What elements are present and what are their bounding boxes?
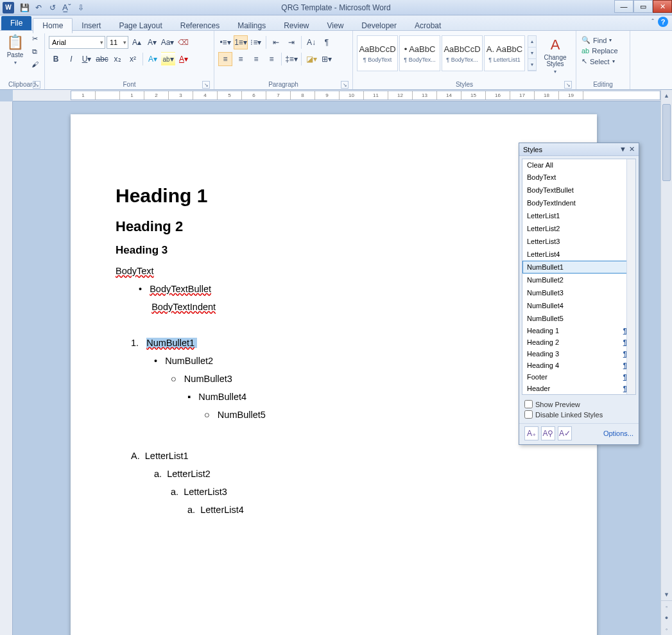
page[interactable]: Heading 1 Heading 2 Heading 3 BodyText •… [71,114,597,635]
manage-styles-icon[interactable]: A✓ [558,426,572,440]
paragraph-launcher[interactable]: ↘ [341,81,349,89]
minimize-button[interactable]: — [614,0,633,13]
highlight-icon[interactable]: ab▾ [161,52,175,66]
style-row-letterlist4[interactable]: LetterList4¶ [522,248,635,261]
clear-formatting-icon[interactable]: ⌫ [176,35,190,49]
scroll-up-icon[interactable]: ▲ [661,90,672,101]
new-style-icon[interactable]: A₊ [524,426,538,440]
increase-indent-icon[interactable]: ⇥ [284,35,298,49]
style-card[interactable]: AaBbC¶ LetterList1 [484,35,525,71]
style-row-heading-4[interactable]: Heading 4¶a [522,360,635,371]
style-row-bodytext[interactable]: BodyText¶ [522,171,635,184]
subscript-button[interactable]: x₂ [110,52,125,66]
show-preview-checkbox[interactable]: Show Preview [524,400,633,408]
redo-icon[interactable]: ↺ [46,1,59,14]
tab-view[interactable]: View [318,19,353,33]
close-button[interactable]: ✕ [653,0,672,13]
paste-button[interactable]: 📋 Paste ▾ [4,33,26,67]
vertical-ruler[interactable] [0,101,13,635]
format-painter-icon[interactable]: 🖌 [29,58,40,70]
minimize-ribbon-icon[interactable]: ˆ [651,18,654,26]
help-icon[interactable]: ? [658,17,668,27]
style-row-numbullet5[interactable]: NumBullet5¶ [522,312,635,325]
align-left-icon[interactable]: ≡ [218,52,232,66]
tab-acrobat[interactable]: Acrobat [406,19,450,33]
change-case-icon[interactable]: Aa▾ [160,35,175,49]
undo-icon[interactable]: ↶ [32,1,45,14]
font-size-combo[interactable]: 11 [107,36,128,49]
tab-insert[interactable]: Insert [73,19,110,33]
line-spacing-icon[interactable]: ‡≡▾ [284,52,298,66]
save-icon[interactable]: 💾 [18,1,31,14]
style-row-clear-all[interactable]: Clear All [522,159,635,171]
style-row-heading-3[interactable]: Heading 3¶a [522,348,635,360]
cut-icon[interactable]: ✂ [29,33,40,44]
underline-button[interactable]: U▾ [80,52,94,66]
qat-custom-icon[interactable]: A̲ˇ [60,1,73,14]
tab-home[interactable]: Home [33,18,73,33]
numbering-icon[interactable]: 1≡▾ [234,35,248,49]
style-row-header[interactable]: Header¶a [522,383,635,394]
clipboard-launcher[interactable]: ↘ [33,81,40,89]
borders-icon[interactable]: ⊞▾ [320,52,334,66]
change-styles-button[interactable]: A Change Styles ▾ [539,35,571,76]
maximize-button[interactable]: ▭ [633,0,653,13]
style-row-bodytextbullet[interactable]: BodyTextBullet¶ [522,184,635,196]
style-inspector-icon[interactable]: A⚲ [541,426,555,440]
replace-button[interactable]: abReplace [580,46,619,55]
style-row-letterlist1[interactable]: LetterList1¶ [522,209,635,222]
style-card[interactable]: AaBbCcD¶ BodyTex... [442,35,483,71]
shading-icon[interactable]: ◪▾ [304,52,318,66]
tab-references[interactable]: References [171,19,228,33]
pane-dropdown-icon[interactable]: ▼ [619,145,626,153]
copy-icon[interactable]: ⧉ [29,46,40,57]
tab-developer[interactable]: Developer [352,19,406,33]
scroll-thumb[interactable] [662,104,671,181]
style-row-letterlist3[interactable]: LetterList3¶ [522,235,635,248]
superscript-button[interactable]: x² [126,52,140,66]
align-right-icon[interactable]: ≡ [249,52,263,66]
justify-icon[interactable]: ≡ [264,52,279,66]
style-row-numbullet2[interactable]: NumBullet2¶ [522,274,635,286]
style-row-heading-2[interactable]: Heading 2¶a [522,336,635,348]
grow-font-icon[interactable]: A▴ [130,35,144,49]
styles-list-scrollbar[interactable] [626,159,635,394]
style-row-letterlist2[interactable]: LetterList2¶ [522,222,635,235]
style-card[interactable]: AaBbC¶ BodyTex... [399,35,440,71]
style-row-numbullet3[interactable]: NumBullet3¶ [522,286,635,299]
font-color-icon[interactable]: A▾ [177,52,191,66]
sort-icon[interactable]: A↓ [304,35,318,49]
font-launcher[interactable]: ↘ [202,81,210,89]
styles-launcher[interactable]: ↘ [564,81,572,89]
tab-mailings[interactable]: Mailings [228,19,275,33]
pane-close-icon[interactable]: ✕ [629,145,635,153]
style-row-numbullet4[interactable]: NumBullet4¶ [522,299,635,312]
tab-page-layout[interactable]: Page Layout [110,19,171,33]
style-row-heading-1[interactable]: Heading 1¶a [522,325,635,336]
select-button[interactable]: ↖Select▾ [580,57,616,66]
disable-linked-checkbox[interactable]: Disable Linked Styles [524,410,633,419]
shrink-font-icon[interactable]: A▾ [145,35,159,49]
text-effects-icon[interactable]: A▾ [146,52,160,66]
italic-button[interactable]: I [64,52,78,66]
style-gallery[interactable]: AaBbCcD¶ BodyTextAaBbC¶ BodyTex...AaBbCc… [357,35,525,71]
style-card[interactable]: AaBbCcD¶ BodyText [357,35,398,71]
tab-review[interactable]: Review [275,19,318,33]
bold-button[interactable]: B [49,52,63,66]
font-name-combo[interactable]: Arial [49,36,105,49]
browse-object-icon[interactable]: ● [661,612,672,623]
vertical-scrollbar[interactable]: ▲ ▼ ◦ ● ◦ [660,90,672,635]
style-row-footer[interactable]: Footer¶a [522,371,635,383]
align-center-icon[interactable]: ≡ [234,52,248,66]
style-row-numbullet1[interactable]: NumBullet1¶ [522,261,635,274]
gallery-scroll[interactable]: ▴▾▾ [528,35,537,71]
horizontal-ruler[interactable]: 112345678910111213141516171819 [13,90,660,101]
find-button[interactable]: 🔍Find▾ [580,35,613,45]
scroll-down-icon[interactable]: ▼ [661,589,672,600]
styles-options-link[interactable]: Options... [603,430,633,437]
prev-page-icon[interactable]: ◦ [661,600,672,612]
next-page-icon[interactable]: ◦ [661,623,672,635]
bullets-icon[interactable]: •≡▾ [218,35,232,49]
file-tab[interactable]: File [1,16,31,30]
show-marks-icon[interactable]: ¶ [320,35,334,49]
